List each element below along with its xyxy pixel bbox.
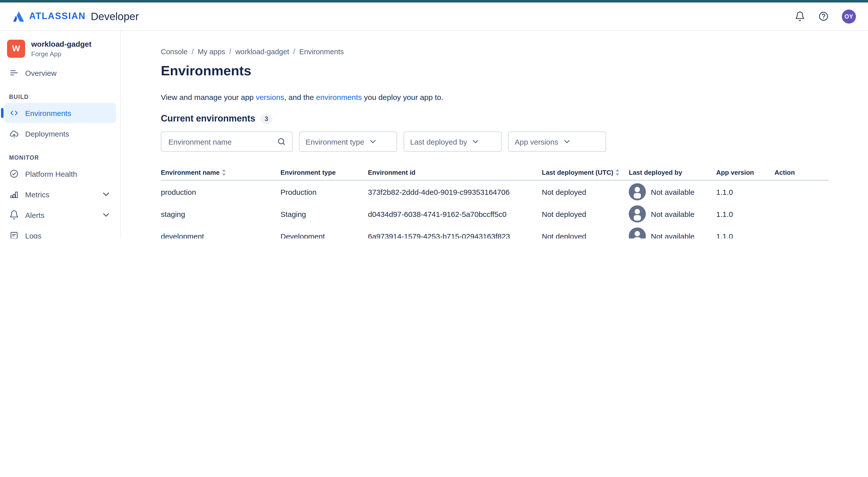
table-row-staging: staging Staging d0434d97-6038-4741-9162-… <box>161 203 829 225</box>
default-avatar-icon <box>629 205 646 223</box>
environment-name-search[interactable] <box>161 132 292 151</box>
column-environment-name[interactable]: Environment name <box>161 168 280 176</box>
sidebar-item-label: Overview <box>25 69 57 77</box>
env-name: development <box>161 232 280 238</box>
env-type: Staging <box>280 210 368 218</box>
environment-count-badge: 3 <box>260 114 272 124</box>
current-environments-title: Current environments <box>161 113 255 124</box>
bar-chart-icon <box>9 189 19 199</box>
table-row-production: production Production 373f2b82-2ddd-4de0… <box>161 181 829 203</box>
app-version: 1.1.0 <box>716 188 775 196</box>
last-deployed-by-cell: Not available <box>629 228 716 238</box>
breadcrumb-app[interactable]: workload-gadget <box>235 48 289 56</box>
select-label: Environment type <box>306 137 364 146</box>
table-row-development: development Development 6a973914-1579-42… <box>161 225 829 238</box>
environments-table: Environment name Environment type Enviro… <box>161 165 829 238</box>
chevron-down-icon <box>368 137 377 146</box>
select-label: Last deployed by <box>410 137 467 146</box>
app-root: ATLASSIAN Developer OY W workload-gadget… <box>0 0 868 238</box>
sidebar-item-overview[interactable]: Overview <box>4 63 116 83</box>
last-deployment: Not deployed <box>542 232 629 238</box>
help-icon[interactable] <box>818 11 829 22</box>
environment-type-select[interactable]: Environment type <box>299 132 397 151</box>
chevron-down-icon <box>471 137 480 146</box>
global-header: ATLASSIAN Developer OY <box>0 2 868 31</box>
main-content: Console/ My apps/ workload-gadget/ Envir… <box>121 31 868 238</box>
last-deployed-by-cell: Not available <box>629 183 716 200</box>
sidebar-item-metrics[interactable]: Metrics <box>4 184 116 204</box>
section-title-monitor: MONITOR <box>9 155 120 161</box>
active-indicator <box>1 108 3 118</box>
env-id: d0434d97-6038-4741-9162-5a70bccff5c0 <box>368 210 542 218</box>
cloud-upload-icon <box>9 129 19 139</box>
sidebar-item-logs[interactable]: Logs <box>4 226 116 238</box>
notifications-bell-icon[interactable] <box>795 11 805 22</box>
search-icon <box>277 137 286 146</box>
check-circle-icon <box>9 169 19 179</box>
column-action: Action <box>775 168 829 176</box>
chevron-down-icon <box>101 210 111 220</box>
last-deployment: Not deployed <box>542 188 629 196</box>
sidebar-item-platform-health[interactable]: Platform Health <box>4 164 116 184</box>
sidebar-item-label: Platform Health <box>25 169 77 178</box>
column-environment-id: Environment id <box>368 168 542 176</box>
app-version: 1.1.0 <box>716 210 775 218</box>
overview-icon <box>9 68 19 78</box>
app-type: Forge App <box>31 50 91 58</box>
column-app-version: App version <box>716 168 775 176</box>
sidebar-item-alerts[interactable]: Alerts <box>4 205 116 225</box>
column-last-deployed-by: Last deployed by <box>629 168 716 176</box>
env-name: production <box>161 188 280 196</box>
column-last-deployment[interactable]: Last deployment (UTC) <box>542 168 629 176</box>
versions-link[interactable]: versions <box>256 93 284 101</box>
sidebar-item-deployments[interactable]: Deployments <box>4 124 116 144</box>
breadcrumb-my-apps[interactable]: My apps <box>197 48 225 56</box>
sort-icon <box>222 169 226 175</box>
last-deployment: Not deployed <box>542 210 629 218</box>
app-name: workload-gadget <box>31 40 91 49</box>
env-name: staging <box>161 210 280 218</box>
env-type: Production <box>280 188 368 196</box>
select-label: App versions <box>515 137 558 146</box>
search-input[interactable] <box>167 137 273 146</box>
document-icon <box>9 231 19 238</box>
chevron-down-icon <box>101 189 111 199</box>
sidebar-item-label: Alerts <box>25 211 44 219</box>
sidebar: W workload-gadget Forge App Overview BUI… <box>0 31 121 238</box>
sidebar-item-label: Logs <box>25 231 41 238</box>
table-header-row: Environment name Environment type Enviro… <box>161 165 829 181</box>
sort-icon <box>615 169 620 175</box>
breadcrumb-current: Environments <box>299 48 344 56</box>
last-deployed-by-select[interactable]: Last deployed by <box>404 132 502 151</box>
app-version: 1.1.0 <box>716 232 775 238</box>
last-deployed-by-cell: Not available <box>629 205 716 223</box>
env-id: 6a973914-1579-4253-b715-02943163f823 <box>368 232 542 238</box>
current-environments-header: Current environments 3 <box>161 113 868 124</box>
sidebar-item-label: Environments <box>25 109 71 117</box>
sidebar-item-label: Metrics <box>25 190 50 199</box>
table-body: production Production 373f2b82-2ddd-4de0… <box>161 181 829 238</box>
user-avatar[interactable]: OY <box>842 9 856 23</box>
sidebar-item-environments[interactable]: Environments <box>4 103 116 123</box>
column-environment-type: Environment type <box>280 168 368 176</box>
sidebar-item-label: Deployments <box>25 129 69 138</box>
atlassian-developer-logo[interactable]: ATLASSIAN Developer <box>12 10 139 23</box>
header-actions: OY <box>795 9 856 23</box>
environments-link[interactable]: environments <box>316 93 362 101</box>
breadcrumb: Console/ My apps/ workload-gadget/ Envir… <box>161 48 868 56</box>
top-teal-bar <box>0 0 868 2</box>
product-name: Developer <box>91 10 139 22</box>
bell-icon <box>9 210 19 220</box>
default-avatar-icon <box>629 228 646 238</box>
app-avatar: W <box>7 40 25 58</box>
page-description: View and manage your app versions, and t… <box>161 93 868 101</box>
brand-wordmark: ATLASSIAN <box>29 11 86 22</box>
env-id: 373f2b82-2ddd-4de0-9019-c99353164706 <box>368 188 542 196</box>
breadcrumb-console[interactable]: Console <box>161 48 187 56</box>
filter-bar: Environment type Last deployed by App ve… <box>161 132 868 151</box>
page-title: Environments <box>161 63 868 79</box>
code-icon <box>9 108 19 118</box>
app-versions-select[interactable]: App versions <box>508 132 606 151</box>
atlassian-mark-icon <box>12 10 25 23</box>
section-title-build: BUILD <box>9 94 120 100</box>
